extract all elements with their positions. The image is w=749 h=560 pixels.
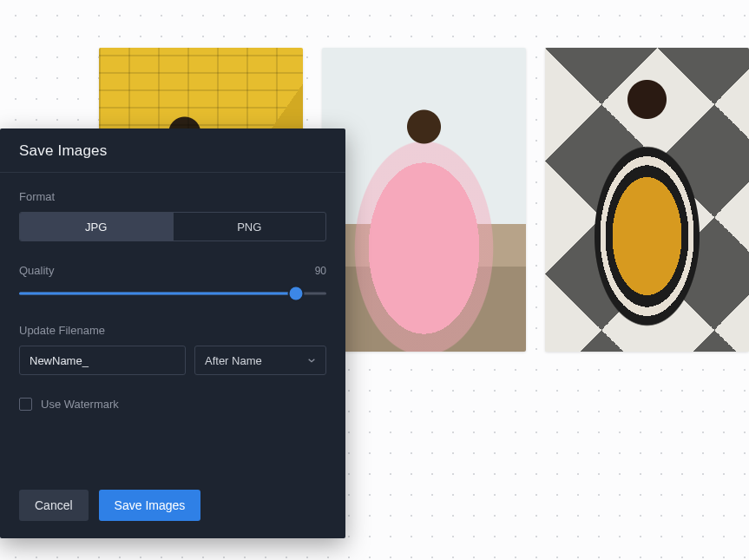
gallery-thumbnail[interactable] xyxy=(322,48,526,352)
dialog-header: Save Images xyxy=(0,128,345,173)
gallery-thumbnail[interactable] xyxy=(545,48,749,352)
format-label: Format xyxy=(19,190,326,203)
format-segmented-control: JPG PNG xyxy=(19,212,326,241)
quality-value: 90 xyxy=(315,265,326,277)
filename-field: Update Filename After Name xyxy=(19,324,326,375)
filename-label: Update Filename xyxy=(19,324,326,337)
save-images-button[interactable]: Save Images xyxy=(99,490,201,521)
watermark-checkbox-row[interactable]: Use Watermark xyxy=(19,398,326,411)
quality-label: Quality xyxy=(19,264,54,277)
cancel-button[interactable]: Cancel xyxy=(19,490,89,521)
select-value: After Name xyxy=(205,354,262,367)
watermark-label: Use Watermark xyxy=(41,398,119,411)
dialog-title: Save Images xyxy=(19,142,326,160)
chevron-down-icon xyxy=(307,356,316,365)
format-option-png[interactable]: PNG xyxy=(173,213,326,240)
save-images-dialog: Save Images Format JPG PNG Quality 90 Up… xyxy=(0,128,345,538)
dialog-footer: Cancel Save Images xyxy=(0,478,345,538)
slider-handle[interactable] xyxy=(289,287,302,300)
dialog-body: Format JPG PNG Quality 90 Update Filenam… xyxy=(0,173,345,478)
filename-placement-select[interactable]: After Name xyxy=(194,346,326,375)
quality-slider[interactable] xyxy=(19,286,326,301)
format-option-jpg[interactable]: JPG xyxy=(20,213,173,240)
slider-fill xyxy=(19,293,296,295)
quality-field: Quality 90 xyxy=(19,264,326,301)
filename-input[interactable] xyxy=(19,346,186,375)
watermark-checkbox[interactable] xyxy=(19,398,32,411)
format-field: Format JPG PNG xyxy=(19,190,326,241)
